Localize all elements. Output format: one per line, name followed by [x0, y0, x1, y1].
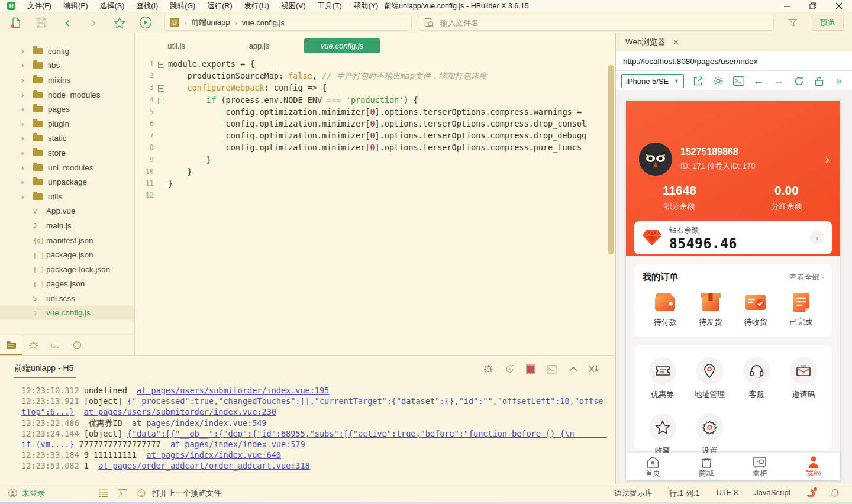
settings-gear-icon[interactable] [712, 75, 724, 87]
editor-tab-util.js[interactable]: util.js [135, 37, 218, 54]
menu-item[interactable]: 视图(V) [275, 1, 312, 11]
tree-folder-store[interactable]: ›store [0, 146, 134, 160]
sidebar-tab-theme[interactable] [66, 335, 88, 355]
url-input[interactable] [616, 57, 852, 66]
tree-file-App.vue[interactable]: VApp.vue [0, 204, 134, 219]
phone-tab-商城[interactable]: 商城 [680, 453, 734, 480]
service-邀请码[interactable]: 邀请码 [780, 357, 828, 400]
menu-item[interactable]: 跳转(G) [164, 1, 201, 11]
outline-list-icon[interactable] [99, 489, 108, 497]
tree-folder-libs[interactable]: ›libs [0, 59, 134, 73]
save-icon[interactable] [28, 15, 54, 30]
editor-scrollbar[interactable] [608, 65, 614, 254]
phone-tab-盒柜[interactable]: 盒柜 [733, 453, 787, 480]
diamond-balance-card[interactable]: 钻石余额 85496.46 › [634, 221, 832, 254]
stop-icon[interactable] [526, 364, 535, 374]
menu-item[interactable]: 选择(S) [94, 1, 131, 11]
fold-marker[interactable]: − [154, 94, 168, 106]
log-source-link[interactable]: at pages/users/submitorder/index.vue:195 [137, 386, 329, 395]
tree-file-package-lock.json[interactable]: [ ]package-lock.json [0, 262, 134, 277]
new-terminal-icon[interactable] [547, 364, 558, 374]
service-地址管理[interactable]: 地址管理 [686, 357, 734, 400]
menu-item[interactable]: 运行(R) [201, 1, 238, 11]
close-button[interactable] [826, 0, 852, 12]
forward-icon[interactable]: › [80, 15, 106, 30]
login-status[interactable]: 未登录 [22, 488, 45, 499]
status-item[interactable]: 行:1 列:1 [669, 488, 699, 499]
refresh-icon[interactable] [793, 75, 805, 87]
run-icon[interactable] [133, 15, 159, 30]
browser-tab[interactable]: Web浏览器 [625, 37, 666, 47]
menu-item[interactable]: 文件(F) [21, 1, 57, 11]
breadcrumb-file[interactable]: vue.config.js [242, 18, 285, 27]
tree-file-vue.config.js[interactable]: Jvue.config.js [0, 306, 134, 321]
service-优惠券[interactable]: 优惠券 [639, 357, 686, 400]
console-tab[interactable]: 前端uniapp - H5 [14, 363, 76, 378]
tree-folder-unpackage[interactable]: ›unpackage [0, 175, 134, 189]
breadcrumb-project[interactable]: 前端uniapp [191, 17, 230, 28]
tree-folder-mixins[interactable]: ›mixins [0, 73, 134, 88]
debug-bug-icon[interactable] [483, 364, 493, 374]
fold-marker[interactable]: − [154, 58, 168, 70]
tree-file-main.js[interactable]: Jmain.js [0, 218, 134, 233]
status-item[interactable]: 语法提示库 [614, 488, 653, 499]
bell-icon[interactable] [831, 489, 839, 498]
collapse-icon[interactable] [569, 366, 577, 371]
new-file-icon[interactable] [2, 15, 28, 30]
service-收藏[interactable]: 收藏 [639, 413, 686, 456]
menu-item[interactable]: 查找(I) [130, 1, 164, 11]
device-select[interactable]: iPhone 5/SE ▼ [621, 74, 684, 88]
close-tab-icon[interactable]: ✕ [673, 38, 679, 47]
log-source-link[interactable]: at pages/order_addcart/order_addcart.vue… [98, 461, 310, 470]
restart-icon[interactable] [505, 364, 515, 374]
view-all-orders-link[interactable]: 查看全部› [789, 272, 824, 283]
user-info-row[interactable]: 15275189868 ID: 171 推荐人ID: 170 › [639, 142, 830, 176]
account-icon[interactable] [8, 489, 17, 497]
log-source-link[interactable]: at pages/index/index.vue:640 [146, 450, 281, 460]
menu-item[interactable]: 工具(T) [312, 1, 348, 11]
status-item[interactable]: UTF-8 [716, 488, 738, 499]
preview-button[interactable]: 预览 [812, 15, 844, 31]
tree-file-manifest.json[interactable]: {o}manifest.json [0, 233, 134, 248]
open-external-icon[interactable] [692, 75, 704, 87]
order-status-待付款[interactable]: 待付款 [643, 290, 688, 328]
clear-icon[interactable] [589, 364, 599, 373]
file-search-box[interactable] [419, 15, 774, 31]
editor-tab-vue.config.js[interactable]: vue.config.js [304, 38, 380, 53]
tree-file-package.json[interactable]: [ ]package.json [0, 247, 134, 262]
log-source-link[interactable]: at pages/users/submitorder/index.vue:230 [84, 407, 276, 416]
donut-usage-icon[interactable] [806, 489, 815, 498]
order-status-已完成[interactable]: 已完成 [779, 290, 824, 328]
service-设置[interactable]: 设置 [686, 413, 734, 456]
sidebar-tab-explorer[interactable] [0, 335, 22, 355]
favorite-icon[interactable] [106, 15, 133, 30]
tree-folder-config[interactable]: ›config [0, 44, 134, 59]
phone-tab-我的[interactable]: 我的 [787, 453, 841, 480]
status-item[interactable]: JavaScript [754, 488, 790, 499]
theme-palette-icon[interactable] [137, 489, 146, 497]
restore-button[interactable] [800, 0, 826, 12]
editor-tab-app.js[interactable]: app.js [218, 37, 301, 54]
log-source-link[interactable]: at pages/index/index.vue:579 [170, 440, 305, 449]
log-source-link[interactable]: at pages/index/index.vue:549 [132, 418, 267, 428]
open-previous-preview[interactable]: 打开上一个预览文件 [152, 488, 221, 499]
back-icon[interactable]: ‹ [54, 15, 80, 30]
terminal-icon[interactable] [732, 75, 744, 87]
tree-folder-uni_modules[interactable]: ›uni_modules [0, 160, 134, 175]
tree-folder-utils[interactable]: ›utils [0, 189, 134, 204]
menu-item[interactable]: 编辑(E) [57, 1, 94, 11]
terminal-icon[interactable] [118, 489, 127, 497]
order-status-待发货[interactable]: 待发货 [688, 290, 734, 328]
search-input[interactable] [439, 18, 769, 28]
phone-tab-首页[interactable]: 首页 [626, 453, 680, 480]
tree-folder-plugin[interactable]: ›plugin [0, 117, 134, 131]
sidebar-tab-snippet[interactable]: G [44, 335, 66, 355]
menu-item[interactable]: 发行(U) [238, 1, 275, 11]
tree-folder-static[interactable]: ›static [0, 131, 134, 146]
filter-funnel-icon[interactable] [780, 15, 806, 30]
b-back-icon[interactable]: ← [753, 75, 764, 87]
b-forward-icon[interactable]: → [773, 75, 785, 87]
tree-file-pages.json[interactable]: [ ]pages.json [0, 277, 134, 292]
fold-marker[interactable]: − [154, 82, 168, 93]
menu-item[interactable]: 帮助(Y) [348, 1, 385, 11]
